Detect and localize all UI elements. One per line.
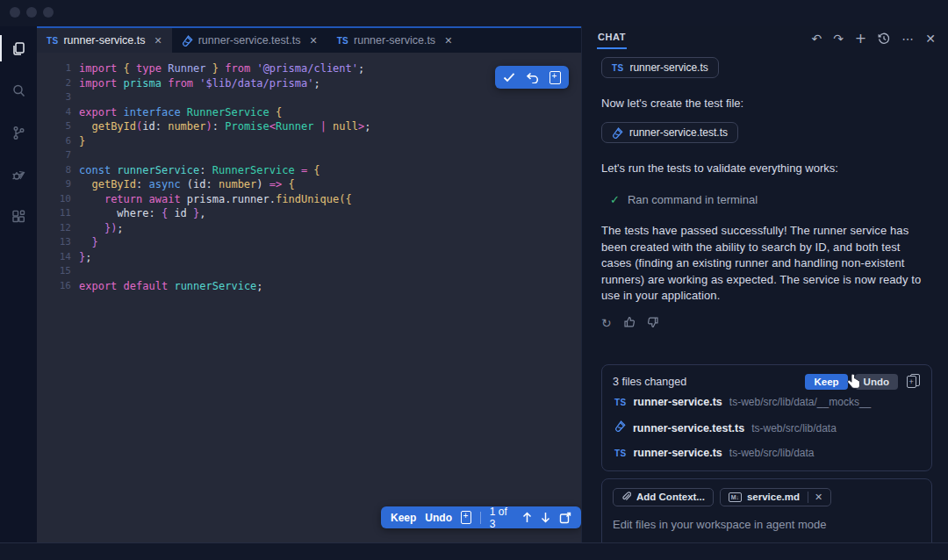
divider: [480, 512, 481, 524]
assistant-message: The tests have passed successfully! The …: [601, 223, 932, 305]
context-chip-service-md[interactable]: M↓ service.md ✕: [720, 488, 831, 506]
redo-icon[interactable]: ↷: [833, 32, 844, 45]
changed-file-row[interactable]: TSrunner-service.tsts-web/src/lib/data/_…: [613, 390, 921, 414]
chat-header: CHAT ↶ ↷ + ⋯ ✕: [582, 26, 948, 50]
minimize-window-button[interactable]: [26, 7, 37, 18]
keep-button[interactable]: Keep: [391, 512, 416, 524]
line-number: 14: [37, 250, 79, 265]
more-actions-icon[interactable]: ⋯: [901, 32, 914, 45]
open-changes-icon[interactable]: [559, 512, 571, 524]
test-flask-icon: [612, 127, 623, 139]
code-line: 7: [37, 148, 581, 163]
code-line: 4export interface RunnerService {: [37, 105, 581, 120]
tab-label: runner-service.test.ts: [198, 34, 301, 47]
window-bottom-edge: [0, 542, 948, 560]
line-number: 8: [37, 163, 79, 178]
changed-files-list: TSrunner-service.tsts-web/src/lib/data/_…: [613, 390, 921, 465]
history-icon[interactable]: [878, 32, 890, 45]
undo-icon[interactable]: ↶: [811, 32, 822, 45]
debug-icon: [10, 166, 28, 184]
sidebar-item-extensions[interactable]: [0, 202, 37, 232]
maximize-window-button[interactable]: [43, 7, 54, 18]
code-line: 5 getById(id: number): Promise<Runner | …: [37, 119, 581, 134]
line-number: 12: [37, 221, 79, 236]
line-number: 5: [37, 119, 79, 134]
thumbs-up-icon[interactable]: [623, 316, 636, 331]
editor-tab[interactable]: runner-service.test.ts✕: [172, 28, 327, 53]
ts-icon: TS: [614, 398, 626, 407]
line-number: 13: [37, 235, 79, 250]
code-content: 1import { type Runner } from '@prisma/cl…: [37, 53, 581, 293]
thumbs-down-icon[interactable]: [647, 316, 659, 331]
previous-change-icon[interactable]: [522, 512, 532, 523]
file-path: ts-web/src/lib/data: [729, 447, 815, 459]
add-context-button[interactable]: Add Context...: [613, 488, 714, 506]
title-bar: [0, 0, 948, 26]
file-chip[interactable]: runner-service.test.ts: [601, 122, 738, 143]
tool-status-row: ✓ Ran command in terminal: [601, 193, 932, 206]
line-number: 9: [37, 177, 79, 192]
file-name: runner-service.test.ts: [633, 422, 744, 434]
markdown-icon: M↓: [729, 492, 742, 502]
file-path: ts-web/src/lib/data: [751, 422, 837, 434]
undo-arrow-icon[interactable]: [526, 72, 539, 83]
line-number: 2: [37, 76, 79, 91]
test-flask-icon: [614, 420, 626, 432]
tab-chat[interactable]: CHAT: [597, 27, 627, 49]
undo-all-button[interactable]: Undo: [855, 374, 898, 390]
close-tab-icon[interactable]: ✕: [309, 35, 317, 47]
tab-bar: TSrunner-service.ts✕runner-service.test.…: [37, 28, 581, 53]
keep-all-button[interactable]: Keep: [805, 374, 847, 390]
close-panel-icon[interactable]: ✕: [925, 32, 936, 45]
line-number: 7: [37, 148, 79, 163]
new-chat-icon[interactable]: +: [855, 32, 866, 46]
ts-icon: TS: [614, 449, 626, 458]
changed-file-row[interactable]: runner-service.test.tsts-web/src/lib/dat…: [613, 414, 921, 441]
editor-tab[interactable]: TSrunner-service.ts✕: [327, 28, 463, 53]
line-number: 4: [37, 105, 79, 120]
code-editor[interactable]: 1import { type Runner } from '@prisma/cl…: [37, 53, 581, 542]
files-icon: [10, 39, 28, 58]
assistant-message: Now let's create the test file:: [601, 97, 932, 110]
assistant-message: Let's run the tests to validate everythi…: [601, 162, 932, 175]
view-all-edits-icon[interactable]: +: [907, 374, 921, 389]
close-tab-icon[interactable]: ✕: [154, 35, 162, 47]
regenerate-icon[interactable]: ↻: [601, 316, 612, 331]
search-icon: [10, 82, 28, 100]
line-number: 15: [37, 264, 79, 279]
chat-input[interactable]: Edit files in your workspace in agent mo…: [613, 518, 921, 531]
sidebar-item-explorer[interactable]: [0, 33, 37, 63]
line-number: 6: [37, 134, 79, 149]
review-navigation-bar: Keep Undo 1 of 3: [381, 506, 581, 528]
undo-button[interactable]: Undo: [425, 512, 452, 524]
file-add-icon[interactable]: [461, 511, 471, 524]
test-flask-icon: [182, 35, 193, 47]
next-change-icon[interactable]: [541, 512, 550, 523]
editor-tab[interactable]: TSrunner-service.ts✕: [37, 28, 172, 53]
activity-bar: [0, 26, 37, 542]
code-line: 16export default runnerService;: [37, 279, 581, 294]
code-line: 15: [37, 264, 581, 279]
files-changed-card: 3 files changed Keep Undo + TSrunner-ser…: [601, 364, 932, 471]
ts-icon: TS: [337, 36, 348, 46]
file-chip-label: runner-service.test.ts: [629, 126, 728, 139]
code-line: 6}: [37, 134, 581, 149]
tab-label: runner-service.ts: [63, 34, 145, 47]
sidebar-item-search[interactable]: [0, 75, 37, 105]
file-chip-label: runner-service.ts: [629, 61, 707, 74]
paperclip-icon: [621, 492, 631, 502]
sidebar-item-source-control[interactable]: [0, 118, 37, 147]
changed-file-row[interactable]: TSrunner-service.tsts-web/src/lib/data: [613, 441, 921, 465]
check-icon: ✓: [610, 193, 620, 206]
file-chip[interactable]: TS runner-service.ts: [601, 57, 719, 78]
code-line: 12 });: [37, 221, 581, 236]
file-add-icon[interactable]: [549, 71, 561, 84]
close-window-button[interactable]: [10, 7, 20, 18]
remove-context-icon[interactable]: ✕: [808, 492, 822, 503]
chat-panel: CHAT ↶ ↷ + ⋯ ✕ TS runner-service.ts Now …: [581, 26, 948, 542]
close-tab-icon[interactable]: ✕: [444, 35, 452, 47]
accept-check-icon[interactable]: [503, 72, 515, 83]
chat-messages: TS runner-service.ts Now let's create th…: [582, 50, 948, 560]
sidebar-item-run-debug[interactable]: [0, 160, 37, 190]
extensions-icon: [10, 208, 28, 226]
